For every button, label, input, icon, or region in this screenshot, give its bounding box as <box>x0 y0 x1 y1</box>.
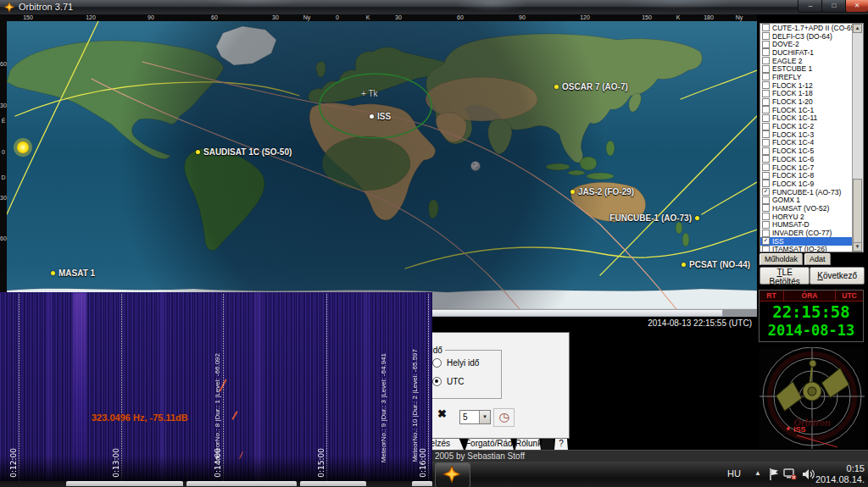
scroll-up-icon[interactable]: ▲ <box>853 24 862 33</box>
sat-list-row[interactable]: FLOCK 1-12 <box>760 81 863 90</box>
checkbox-icon[interactable] <box>762 130 770 138</box>
sat-list-row[interactable]: DOVE-2 <box>760 40 863 48</box>
load-tle-button[interactable]: TLE Betöltés <box>760 267 810 285</box>
checkbox-icon[interactable] <box>762 147 770 155</box>
checkbox-icon[interactable] <box>762 48 770 56</box>
chevron-down-icon[interactable]: ▼ <box>479 411 490 423</box>
checkbox-icon[interactable] <box>762 81 770 89</box>
tray-expand-icon[interactable]: ▲ <box>754 469 761 477</box>
taskbar-button[interactable] <box>186 481 297 486</box>
taskbar-button[interactable] <box>300 481 366 486</box>
satellite-list-scrollbar[interactable]: ▲ ▼ <box>852 24 863 252</box>
minimize-button[interactable]: – <box>798 0 823 13</box>
checkbox-icon[interactable] <box>762 41 770 48</box>
sat-list-row[interactable]: CUTE-1.7+APD II (CO-65) <box>760 24 863 32</box>
sat-list-row[interactable]: FLOCK 1C-11 <box>760 114 863 123</box>
checkbox-icon[interactable] <box>762 98 770 106</box>
interval-select[interactable]: 5 ▼ <box>459 410 491 424</box>
sat-list-row[interactable]: FLOCK 1-18 <box>760 90 863 98</box>
bottom-tab-4[interactable]: ? <box>554 438 568 450</box>
checkbox-icon[interactable] <box>762 230 770 237</box>
checkbox-icon[interactable] <box>762 172 770 180</box>
sat-list-row[interactable]: FLOCK 1C-1 <box>760 106 863 114</box>
checkbox-icon[interactable] <box>762 180 770 187</box>
checkbox-icon[interactable] <box>762 24 770 31</box>
network-status-icon[interactable] <box>783 468 797 481</box>
sat-list-row[interactable]: ESTCUBE 1 <box>760 64 863 73</box>
language-indicator[interactable]: HU <box>727 468 741 479</box>
sat-list-row[interactable]: FLOCK 1-20 <box>760 97 863 106</box>
checkbox-icon[interactable] <box>762 106 770 113</box>
scrollbar-thumb[interactable] <box>853 179 862 246</box>
bottom-tab-2[interactable]: Forgató/Rádió <box>465 438 514 450</box>
sat-list-row[interactable]: FLOCK 1C-4 <box>760 139 863 147</box>
checkbox-icon[interactable] <box>762 65 770 73</box>
map-satellite-marker[interactable]: PCSAT (NO-44) <box>682 260 750 268</box>
radio-utc[interactable]: UTC <box>432 377 465 386</box>
checkbox-icon[interactable] <box>762 155 770 163</box>
checkbox-icon[interactable] <box>762 204 770 212</box>
checkbox-icon[interactable] <box>762 57 770 64</box>
sat-list-row[interactable]: ✓ISS <box>760 237 863 246</box>
taskbar-button[interactable] <box>412 481 432 486</box>
checkbox-icon[interactable] <box>762 246 770 252</box>
checkbox-icon[interactable] <box>762 213 770 220</box>
clock-sync-button[interactable]: ◷ <box>493 408 515 427</box>
sat-list-row[interactable]: ✓FUNCUBE-1 (AO-73) <box>760 188 863 196</box>
checkbox-icon[interactable] <box>762 114 770 122</box>
satellite-list[interactable]: CUTE-1.7+APD II (CO-65)DELFI-C3 (DO-64)D… <box>760 23 864 252</box>
sat-list-row[interactable]: HAMSAT (VO-52) <box>760 204 863 213</box>
sat-list-row[interactable]: DUCHIFAT-1 <box>760 48 863 57</box>
radio-local-time[interactable]: Helyi idő <box>432 358 479 368</box>
action-center-flag-icon[interactable] <box>768 468 780 481</box>
orbitron-taskbar-button[interactable] <box>435 462 470 487</box>
bottom-tab-3[interactable]: Rólunk <box>515 438 541 450</box>
speaker-icon[interactable] <box>802 468 815 481</box>
checkbox-icon[interactable] <box>762 196 770 204</box>
fullscreen-icon[interactable]: ✖ <box>437 407 447 420</box>
checkbox-icon[interactable] <box>762 163 770 171</box>
checkbox-icon[interactable] <box>762 90 770 97</box>
sat-list-row[interactable]: FLOCK 1C-7 <box>760 163 863 172</box>
next-button[interactable]: Következő <box>810 267 865 285</box>
sat-list-row[interactable]: GOMX 1 <box>760 196 863 204</box>
checkbox-icon[interactable] <box>762 73 770 80</box>
sat-list-row[interactable]: ITAMSAT (IO-26) <box>760 246 863 252</box>
checkbox-icon[interactable]: ✓ <box>762 188 770 196</box>
scroll-down-icon[interactable]: ▼ <box>853 242 862 252</box>
checkbox-icon[interactable]: ✓ <box>762 237 770 245</box>
list-tab-muholdak[interactable]: Műholdak <box>760 253 803 265</box>
sat-list-row[interactable]: FIREFLY <box>760 73 863 81</box>
observer-marker: + Tk <box>361 89 378 98</box>
close-button[interactable]: ✕ <box>845 0 868 13</box>
checkbox-icon[interactable] <box>762 32 770 40</box>
checkbox-icon[interactable] <box>762 123 770 130</box>
checkbox-icon[interactable] <box>762 221 770 229</box>
world-map[interactable]: OSCAR 7 (AO-7)SAUDISAT 1C (SO-50)ISSJAS-… <box>7 21 757 309</box>
spectrum-waterfall-window[interactable]: 0:12:000:13:000:14:000:15:000:16:00Meteo… <box>0 292 432 481</box>
map-satellite-marker[interactable]: JAS-2 (FO-29) <box>570 187 634 196</box>
sat-list-row[interactable]: HUMSAT-D <box>760 221 863 230</box>
maximize-button[interactable]: □ <box>821 0 847 13</box>
map-satellite-marker[interactable]: ISS <box>370 112 391 120</box>
sat-list-row[interactable]: DELFI-C3 (DO-64) <box>760 32 863 41</box>
taskbar-button[interactable] <box>66 481 183 486</box>
sat-list-row[interactable]: INVADER (CO-77) <box>760 229 863 237</box>
sat-list-row[interactable]: FLOCK 1C-5 <box>760 147 863 155</box>
sat-list-row[interactable]: FLOCK 1C-6 <box>760 155 863 163</box>
latitude-tick-label: É <box>0 118 7 124</box>
sat-list-row[interactable]: HORYU 2 <box>760 213 863 221</box>
map-satellite-marker[interactable]: SAUDISAT 1C (SO-50) <box>196 147 292 156</box>
sat-list-row[interactable]: FLOCK 1C-2 <box>760 122 863 130</box>
map-satellite-marker[interactable]: MASAT 1 <box>51 268 95 277</box>
map-satellite-marker[interactable]: OSCAR 7 (AO-7) <box>554 82 628 91</box>
sat-list-row[interactable]: FLOCK 1C-8 <box>760 171 863 180</box>
sat-list-row[interactable]: FLOCK 1C-9 <box>760 180 863 188</box>
sat-list-row[interactable]: FLOCK 1C-3 <box>760 130 863 139</box>
sat-list-row[interactable]: EAGLE 2 <box>760 57 863 65</box>
list-tab-adat[interactable]: Adat <box>804 253 831 265</box>
checkbox-icon[interactable] <box>762 139 770 147</box>
map-satellite-marker[interactable]: FUNCUBE-1 (AO-73) <box>609 213 699 222</box>
window-titlebar[interactable]: Orbitron 3.71 – □ ✕ <box>0 0 868 14</box>
tray-clock[interactable]: 0:15 2014.08.14. <box>815 463 865 485</box>
